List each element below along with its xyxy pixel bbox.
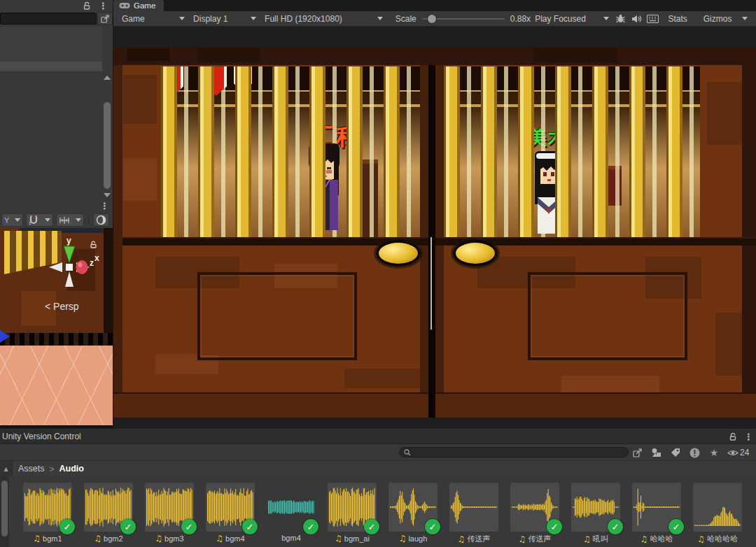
- audio-waveform: [451, 485, 497, 529]
- door-gap: [428, 65, 435, 418]
- asset-item[interactable]: ♫哈哈哈哈: [693, 483, 742, 544]
- asset-name: 哈哈哈: [650, 534, 673, 544]
- grid-scrollbar-thumb[interactable]: [1, 481, 8, 537]
- scale-label: Scale: [396, 15, 416, 23]
- chevron-down-icon: [377, 17, 383, 20]
- favorites-star-icon[interactable]: ★: [708, 446, 720, 459]
- kebab-menu-icon[interactable]: ⋮: [744, 432, 753, 442]
- scale-control: Scale 0.88x: [396, 15, 531, 23]
- scale-value: 0.88x: [510, 15, 531, 23]
- eye-icon[interactable]: [727, 446, 739, 459]
- wood-texture-patch: [127, 48, 169, 61]
- filter-by-label-icon[interactable]: [669, 446, 682, 459]
- stats-button[interactable]: Stats: [664, 11, 699, 27]
- wood-texture-patch: [561, 376, 659, 392]
- chevron-down-icon: [45, 218, 50, 222]
- wood-texture-patch: [533, 48, 617, 62]
- golden-bars: [161, 66, 420, 237]
- game-panel: Game Game Display 1 Full HD (1920x1080) …: [113, 0, 756, 428]
- scrollbar-thumb[interactable]: [104, 102, 111, 189]
- asset-item[interactable]: ✓♫laugh: [388, 483, 438, 544]
- scene-camera-settings-icon[interactable]: [93, 213, 109, 227]
- lock-icon[interactable]: [90, 241, 97, 248]
- asset-item[interactable]: ✓♫哈哈哈: [632, 483, 681, 544]
- search-icon: [404, 449, 411, 456]
- asset-label: ♫bgm2: [84, 534, 133, 544]
- asset-item[interactable]: ✓♫传送声: [510, 483, 559, 544]
- import-check-icon: ✓: [608, 519, 623, 534]
- scroll-up-icon[interactable]: [104, 76, 111, 80]
- grid-snap-dropdown[interactable]: [26, 213, 53, 227]
- filter-by-type-icon[interactable]: [650, 446, 662, 459]
- open-window-icon[interactable]: [631, 446, 644, 459]
- import-check-icon: ✓: [547, 519, 562, 534]
- handle-orientation-dropdown[interactable]: Y: [1, 213, 23, 227]
- breadcrumb-separator-icon: >: [50, 465, 55, 474]
- lock-icon[interactable]: [83, 1, 91, 10]
- keyboard-icon[interactable]: [645, 11, 661, 27]
- lock-icon[interactable]: [729, 432, 737, 441]
- wood-texture-patch: [123, 159, 157, 201]
- asset-thumbnail: ✓: [84, 483, 133, 532]
- asset-name: 吼叫: [593, 534, 608, 544]
- asset-item[interactable]: ✓bgm4: [267, 483, 316, 542]
- open-window-icon[interactable]: [97, 12, 113, 25]
- resolution-dropdown[interactable]: Full HD (1920x1080): [260, 11, 387, 27]
- asset-name: 传送声: [467, 534, 490, 544]
- asset-item[interactable]: ✓♫bgm2: [84, 483, 133, 544]
- asset-grid: ✓♫bgm1✓♫bgm2✓♫bgm3✓♫bgm4✓bgm4✓♫bgm_ai✓♫l…: [0, 476, 756, 547]
- grid-scrollbar[interactable]: [0, 476, 9, 547]
- status-bar: Unity Version Control ⋮: [0, 428, 756, 444]
- asset-thumbnail: ✓: [328, 483, 377, 532]
- asset-item[interactable]: ✓♫bgm1: [23, 483, 72, 544]
- display-dropdown[interactable]: Display 1: [189, 11, 260, 27]
- asset-item[interactable]: ✓♫bgm4: [206, 483, 255, 544]
- scale-slider[interactable]: [422, 18, 505, 20]
- collapse-panel-icon[interactable]: ▲: [0, 461, 13, 477]
- tab-game[interactable]: Game: [113, 0, 164, 11]
- scene-panel-header: ⋮: [0, 199, 113, 213]
- scrollbar[interactable]: [102, 27, 113, 199]
- asset-label: ♫bgm4: [206, 534, 255, 544]
- asset-item[interactable]: ✓♫吼叫: [571, 483, 620, 544]
- list-block: [0, 27, 102, 62]
- debug-bug-icon[interactable]: [613, 11, 629, 27]
- asset-name: laugh: [408, 534, 427, 543]
- scene-dark-column: [104, 228, 113, 347]
- import-check-icon: ✓: [59, 519, 75, 534]
- play-focused-dropdown[interactable]: Play Focused: [531, 11, 612, 27]
- asset-label: ♫bgm1: [23, 534, 72, 544]
- project-search[interactable]: [399, 447, 629, 457]
- kebab-menu-icon[interactable]: ⋮: [100, 201, 109, 211]
- asset-item[interactable]: ✓♫bgm3: [145, 483, 194, 544]
- scroll-down-icon[interactable]: [104, 193, 111, 197]
- kebab-menu-icon[interactable]: ⋮: [99, 1, 108, 11]
- gizmo-x-label: x: [94, 253, 99, 263]
- music-note-icon: ♫: [33, 534, 41, 544]
- tab-game-label: Game: [134, 1, 155, 10]
- asset-item[interactable]: ✓♫bgm_ai: [328, 483, 377, 544]
- asset-thumbnail: ✓: [388, 483, 438, 532]
- audio-mute-icon[interactable]: [629, 11, 645, 27]
- scene-viewport[interactable]: y z x < Persp: [0, 228, 113, 428]
- scene-toolbar: Y: [0, 212, 113, 228]
- asset-item[interactable]: ♫传送声: [449, 483, 498, 544]
- breadcrumb-root[interactable]: Assets: [18, 464, 45, 474]
- music-note-icon: ♫: [335, 534, 342, 544]
- asset-label: ♫bgm3: [145, 534, 194, 544]
- game-viewport[interactable]: 工程: [113, 27, 756, 428]
- game-view-dropdown[interactable]: Game: [118, 11, 189, 27]
- asset-name: bgm4: [281, 534, 301, 542]
- warning-filter-icon[interactable]: [688, 446, 701, 459]
- snap-increment-dropdown[interactable]: [56, 213, 84, 227]
- scene-panel: ⋮ Y: [0, 199, 113, 428]
- music-note-icon: ♫: [583, 534, 591, 544]
- scale-slider-knob[interactable]: [428, 15, 436, 23]
- golden-bars: [444, 66, 700, 237]
- breadcrumb-current[interactable]: Audio: [59, 464, 84, 474]
- project-search-input[interactable]: [414, 448, 624, 457]
- list-item[interactable]: [0, 62, 102, 71]
- perspective-label[interactable]: < Persp: [45, 301, 79, 312]
- panel-filter-field[interactable]: [0, 13, 97, 24]
- gizmos-dropdown[interactable]: Gizmos: [699, 11, 752, 27]
